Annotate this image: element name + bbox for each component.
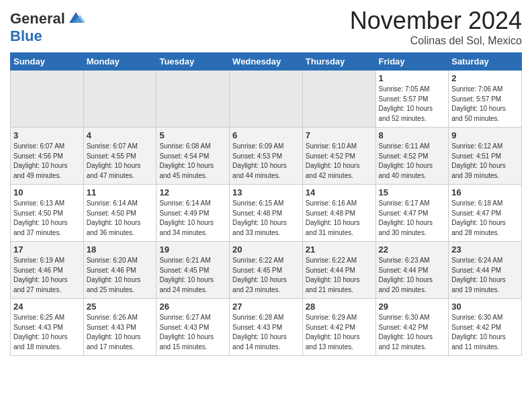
day-number: 6 (232, 130, 300, 140)
calendar-cell: 8Sunrise: 6:11 AM Sunset: 4:52 PM Daylig… (375, 128, 449, 185)
calendar-cell (83, 71, 157, 128)
day-number: 13 (232, 187, 300, 197)
calendar-cell: 7Sunrise: 6:10 AM Sunset: 4:52 PM Daylig… (302, 128, 375, 185)
calendar-cell: 22Sunrise: 6:23 AM Sunset: 4:44 PM Dayli… (375, 242, 449, 299)
calendar-cell (302, 71, 375, 128)
day-info: Sunrise: 6:22 AM Sunset: 4:44 PM Dayligh… (306, 256, 373, 295)
calendar-cell: 2Sunrise: 7:06 AM Sunset: 5:57 PM Daylig… (449, 71, 522, 128)
day-info: Sunrise: 6:07 AM Sunset: 4:55 PM Dayligh… (87, 142, 154, 181)
day-info: Sunrise: 6:14 AM Sunset: 4:50 PM Dayligh… (87, 199, 154, 238)
logo-icon (66, 9, 85, 28)
column-header-saturday: Saturday (449, 53, 522, 71)
calendar-cell: 28Sunrise: 6:29 AM Sunset: 4:42 PM Dayli… (302, 299, 375, 356)
day-info: Sunrise: 6:19 AM Sunset: 4:46 PM Dayligh… (13, 256, 81, 295)
logo-general: General (10, 11, 65, 27)
calendar-cell: 6Sunrise: 6:09 AM Sunset: 4:53 PM Daylig… (230, 128, 303, 185)
day-info: Sunrise: 6:30 AM Sunset: 4:42 PM Dayligh… (451, 313, 519, 352)
calendar-week-row: 3Sunrise: 6:07 AM Sunset: 4:56 PM Daylig… (11, 128, 522, 185)
day-info: Sunrise: 6:16 AM Sunset: 4:48 PM Dayligh… (306, 199, 373, 238)
calendar-cell: 17Sunrise: 6:19 AM Sunset: 4:46 PM Dayli… (11, 242, 84, 299)
column-header-thursday: Thursday (302, 53, 375, 71)
location-title: Colinas del Sol, Mexico (350, 35, 522, 47)
day-number: 18 (87, 244, 154, 255)
day-number: 17 (13, 244, 81, 255)
day-number: 11 (87, 187, 154, 197)
calendar-cell: 18Sunrise: 6:20 AM Sunset: 4:46 PM Dayli… (83, 242, 157, 299)
day-number: 9 (451, 130, 519, 140)
month-title: November 2024 (350, 7, 522, 35)
calendar-week-row: 17Sunrise: 6:19 AM Sunset: 4:46 PM Dayli… (11, 242, 522, 299)
calendar-cell: 21Sunrise: 6:22 AM Sunset: 4:44 PM Dayli… (302, 242, 375, 299)
calendar-cell: 25Sunrise: 6:26 AM Sunset: 4:43 PM Dayli… (83, 299, 157, 356)
day-info: Sunrise: 6:25 AM Sunset: 4:43 PM Dayligh… (13, 313, 81, 352)
calendar-cell: 20Sunrise: 6:22 AM Sunset: 4:45 PM Dayli… (230, 242, 303, 299)
calendar-cell (230, 71, 303, 128)
calendar-cell: 12Sunrise: 6:14 AM Sunset: 4:49 PM Dayli… (157, 185, 230, 242)
day-number: 10 (13, 187, 81, 197)
day-number: 28 (306, 302, 373, 312)
day-number: 24 (13, 302, 81, 312)
day-number: 30 (451, 302, 519, 312)
day-info: Sunrise: 6:24 AM Sunset: 4:44 PM Dayligh… (451, 256, 519, 295)
day-info: Sunrise: 7:05 AM Sunset: 5:57 PM Dayligh… (379, 85, 446, 124)
day-number: 1 (379, 73, 446, 83)
calendar-cell: 3Sunrise: 6:07 AM Sunset: 4:56 PM Daylig… (11, 128, 84, 185)
page-header: General Blue November 2024 Colinas del S… (10, 7, 522, 47)
calendar-week-row: 10Sunrise: 6:13 AM Sunset: 4:50 PM Dayli… (11, 185, 522, 242)
day-number: 7 (306, 130, 373, 140)
day-number: 22 (379, 244, 446, 255)
day-info: Sunrise: 6:27 AM Sunset: 4:43 PM Dayligh… (159, 313, 226, 352)
calendar-cell: 27Sunrise: 6:28 AM Sunset: 4:43 PM Dayli… (230, 299, 303, 356)
day-number: 15 (379, 187, 446, 197)
logo-blue: Blue (10, 28, 42, 44)
calendar-cell: 5Sunrise: 6:08 AM Sunset: 4:54 PM Daylig… (157, 128, 230, 185)
day-info: Sunrise: 6:18 AM Sunset: 4:47 PM Dayligh… (451, 199, 519, 238)
day-info: Sunrise: 6:15 AM Sunset: 4:48 PM Dayligh… (232, 199, 300, 238)
day-number: 20 (232, 244, 300, 255)
day-number: 12 (159, 187, 226, 197)
column-header-friday: Friday (375, 53, 449, 71)
calendar-header-row: SundayMondayTuesdayWednesdayThursdayFrid… (11, 53, 522, 71)
calendar-cell: 14Sunrise: 6:16 AM Sunset: 4:48 PM Dayli… (302, 185, 375, 242)
day-number: 19 (159, 244, 226, 255)
calendar-cell: 4Sunrise: 6:07 AM Sunset: 4:55 PM Daylig… (83, 128, 157, 185)
calendar-cell: 29Sunrise: 6:30 AM Sunset: 4:42 PM Dayli… (375, 299, 449, 356)
day-info: Sunrise: 7:06 AM Sunset: 5:57 PM Dayligh… (451, 85, 519, 124)
calendar-cell: 30Sunrise: 6:30 AM Sunset: 4:42 PM Dayli… (449, 299, 522, 356)
day-number: 21 (306, 244, 373, 255)
logo: General Blue (10, 9, 85, 44)
day-info: Sunrise: 6:29 AM Sunset: 4:42 PM Dayligh… (306, 313, 373, 352)
day-number: 23 (451, 244, 519, 255)
title-block: November 2024 Colinas del Sol, Mexico (350, 7, 522, 47)
day-number: 25 (87, 302, 154, 312)
day-number: 27 (232, 302, 300, 312)
day-info: Sunrise: 6:11 AM Sunset: 4:52 PM Dayligh… (379, 142, 446, 181)
day-info: Sunrise: 6:08 AM Sunset: 4:54 PM Dayligh… (159, 142, 226, 181)
calendar-cell: 9Sunrise: 6:12 AM Sunset: 4:51 PM Daylig… (449, 128, 522, 185)
column-header-sunday: Sunday (11, 53, 84, 71)
column-header-tuesday: Tuesday (157, 53, 230, 71)
day-info: Sunrise: 6:28 AM Sunset: 4:43 PM Dayligh… (232, 313, 300, 352)
day-number: 4 (87, 130, 154, 140)
day-info: Sunrise: 6:30 AM Sunset: 4:42 PM Dayligh… (379, 313, 446, 352)
day-info: Sunrise: 6:09 AM Sunset: 4:53 PM Dayligh… (232, 142, 300, 181)
calendar-cell (157, 71, 230, 128)
calendar-cell (11, 71, 84, 128)
column-header-monday: Monday (83, 53, 157, 71)
day-info: Sunrise: 6:22 AM Sunset: 4:45 PM Dayligh… (232, 256, 300, 295)
calendar-cell: 13Sunrise: 6:15 AM Sunset: 4:48 PM Dayli… (230, 185, 303, 242)
day-info: Sunrise: 6:21 AM Sunset: 4:45 PM Dayligh… (159, 256, 226, 295)
day-info: Sunrise: 6:07 AM Sunset: 4:56 PM Dayligh… (13, 142, 81, 181)
calendar-cell: 1Sunrise: 7:05 AM Sunset: 5:57 PM Daylig… (375, 71, 449, 128)
calendar-cell: 19Sunrise: 6:21 AM Sunset: 4:45 PM Dayli… (157, 242, 230, 299)
day-number: 16 (451, 187, 519, 197)
day-number: 5 (159, 130, 226, 140)
day-info: Sunrise: 6:10 AM Sunset: 4:52 PM Dayligh… (306, 142, 373, 181)
calendar-cell: 24Sunrise: 6:25 AM Sunset: 4:43 PM Dayli… (11, 299, 84, 356)
day-info: Sunrise: 6:26 AM Sunset: 4:43 PM Dayligh… (87, 313, 154, 352)
calendar-cell: 15Sunrise: 6:17 AM Sunset: 4:47 PM Dayli… (375, 185, 449, 242)
day-number: 2 (451, 73, 519, 83)
day-number: 29 (379, 302, 446, 312)
day-info: Sunrise: 6:12 AM Sunset: 4:51 PM Dayligh… (451, 142, 519, 181)
day-info: Sunrise: 6:17 AM Sunset: 4:47 PM Dayligh… (379, 199, 446, 238)
